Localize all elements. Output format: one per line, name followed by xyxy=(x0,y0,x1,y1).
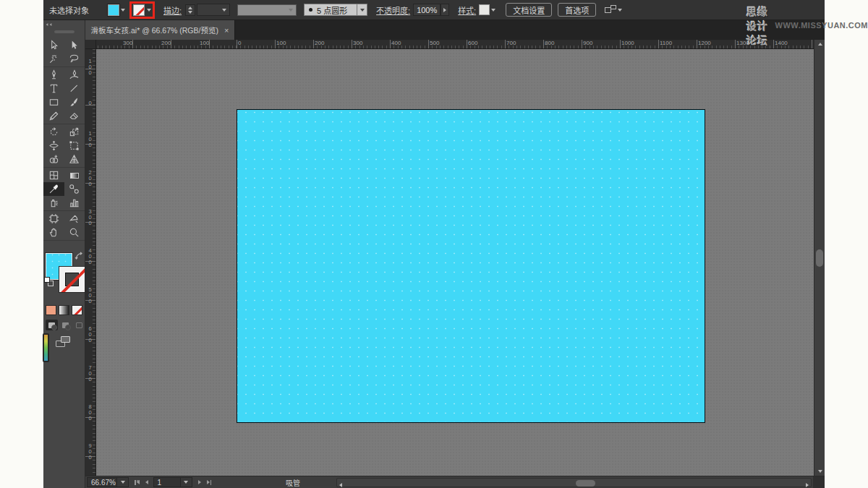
collapse-panel-icon[interactable] xyxy=(46,23,48,26)
change-screen-mode-icon[interactable] xyxy=(56,336,70,347)
lasso-tool[interactable] xyxy=(64,52,85,66)
fill-stroke-block xyxy=(43,253,85,298)
blend-tool[interactable] xyxy=(64,182,85,196)
draw-normal-button[interactable] xyxy=(46,320,58,330)
selection-tool[interactable] xyxy=(43,38,64,52)
document-setup-button[interactable]: 文档设置 xyxy=(506,3,552,17)
column-graph-tool[interactable] xyxy=(64,196,85,210)
ruler-label: 500 xyxy=(86,286,93,304)
opacity-expand-button[interactable] xyxy=(441,4,449,16)
scroll-down-icon[interactable] xyxy=(814,470,825,473)
stepper-up-icon[interactable] xyxy=(188,7,192,9)
width-profile-dropdown-disabled xyxy=(237,4,297,16)
gradient-tool[interactable] xyxy=(64,168,85,182)
scale-tool[interactable] xyxy=(64,125,85,139)
brush-definition-dropdown[interactable]: 5 点圆形 xyxy=(304,4,357,16)
first-artboard-button[interactable] xyxy=(135,480,140,485)
previous-artboard-button[interactable] xyxy=(145,480,148,484)
paintbrush-tool[interactable] xyxy=(64,95,85,109)
ruler-label: 900 xyxy=(583,40,592,46)
arrange-documents-dropdown[interactable] xyxy=(605,5,622,14)
scroll-right-icon[interactable] xyxy=(806,481,809,488)
vertical-scrollbar[interactable] xyxy=(814,40,825,476)
gradient-button[interactable] xyxy=(59,305,69,315)
collapse-panel-icon[interactable] xyxy=(50,23,52,26)
opacity-label[interactable]: 不透明度: xyxy=(376,4,410,16)
page-background: 未选择对象 描边: 5 点圆形 xyxy=(0,0,868,488)
artboard[interactable] xyxy=(237,109,705,423)
vertical-scrollbar-thumb[interactable] xyxy=(816,249,823,267)
magic-wand-tool[interactable] xyxy=(43,52,64,66)
artboard-dropdown-chevron[interactable] xyxy=(181,477,192,487)
symbol-sprayer-tool[interactable] xyxy=(43,196,64,210)
artboard-number-field[interactable]: 1 xyxy=(153,477,181,487)
draw-behind-button[interactable] xyxy=(59,320,72,330)
horizontal-ruler: 300 200 100 0 100 200 300 400 500 600 70… xyxy=(96,40,814,49)
canvas-area[interactable] xyxy=(96,49,814,476)
style-label[interactable]: 样式: xyxy=(458,4,476,16)
free-transform-tool[interactable] xyxy=(64,139,85,153)
stroke-label[interactable]: 描边: xyxy=(163,4,182,16)
slice-tool[interactable] xyxy=(64,212,85,226)
tools-panel-header[interactable] xyxy=(43,20,85,29)
fill-color-dropdown[interactable] xyxy=(108,4,125,16)
selection-status: 未选择对象 xyxy=(49,4,89,16)
style-swatch[interactable] xyxy=(479,4,490,15)
width-tool[interactable] xyxy=(43,139,64,153)
default-fill-stroke-icon[interactable] xyxy=(44,277,54,286)
illustrator-window: 未选择对象 描边: 5 点圆形 xyxy=(43,0,825,488)
shape-builder-tool[interactable] xyxy=(43,153,64,166)
swap-fill-stroke-icon[interactable] xyxy=(75,251,84,264)
eraser-tool[interactable] xyxy=(64,109,85,123)
mesh-tool[interactable] xyxy=(43,168,64,182)
ruler-label: 200 xyxy=(161,40,171,46)
collapsed-color-panel-strip[interactable] xyxy=(43,333,49,362)
ruler-label: 1000 xyxy=(621,40,634,46)
type-tool[interactable] xyxy=(43,82,64,95)
rectangle-tool[interactable] xyxy=(43,95,64,109)
preferences-button[interactable]: 首选项 xyxy=(558,3,596,17)
active-tool-name: 吸管 xyxy=(286,477,300,488)
direct-selection-tool[interactable] xyxy=(64,38,85,52)
pen-tool[interactable] xyxy=(43,68,64,82)
stroke-none-swatch[interactable] xyxy=(133,4,145,16)
rotate-tool[interactable] xyxy=(43,125,64,139)
none-button[interactable] xyxy=(72,305,82,315)
opacity-input[interactable]: 100% xyxy=(413,4,441,16)
zoom-level-field[interactable]: 66.67% xyxy=(87,477,117,487)
chevron-down-icon xyxy=(289,9,293,12)
stroke-weight-dropdown[interactable] xyxy=(197,4,230,16)
color-mode-row xyxy=(43,305,85,315)
zoom-tool[interactable] xyxy=(64,226,85,239)
horizontal-scrollbar[interactable] xyxy=(336,478,812,487)
hand-tool[interactable] xyxy=(43,226,64,239)
tab-close-icon[interactable]: × xyxy=(224,26,229,35)
watermark-site-url: WWW.MISSYUAN.COM xyxy=(775,21,868,30)
brush-dropdown-chevron[interactable] xyxy=(357,4,367,16)
arrange-documents-icon xyxy=(605,5,616,14)
last-artboard-button[interactable] xyxy=(207,480,212,485)
stroke-weight-stepper[interactable] xyxy=(185,4,195,16)
stepper-down-icon[interactable] xyxy=(188,11,192,14)
tool-group-navigate xyxy=(43,211,85,241)
style-dropdown[interactable] xyxy=(479,4,495,15)
pencil-tool[interactable] xyxy=(43,109,64,123)
artboard-navigation-next xyxy=(198,480,212,485)
line-segment-tool[interactable] xyxy=(64,82,85,95)
eyedropper-tool[interactable] xyxy=(43,182,64,196)
stroke-color-indicator[interactable] xyxy=(59,266,85,293)
panel-drag-grip[interactable] xyxy=(54,30,75,33)
curvature-tool[interactable] xyxy=(64,68,85,82)
horizontal-scrollbar-thumb[interactable] xyxy=(576,480,595,487)
ruler-origin-corner[interactable] xyxy=(85,40,96,49)
document-tab[interactable]: 滑板车女孩.ai* @ 66.67% (RGB/预览) × xyxy=(85,20,235,40)
color-button[interactable] xyxy=(46,305,56,315)
artboard-tool[interactable] xyxy=(43,212,64,226)
fill-color-swatch[interactable] xyxy=(108,4,119,16)
scroll-left-icon[interactable] xyxy=(339,481,342,488)
zoom-dropdown-chevron[interactable] xyxy=(117,477,129,487)
ruler-label: 600 xyxy=(468,40,477,46)
draw-inside-button[interactable] xyxy=(73,320,85,330)
perspective-grid-tool[interactable] xyxy=(64,153,85,166)
next-artboard-button[interactable] xyxy=(198,480,201,484)
